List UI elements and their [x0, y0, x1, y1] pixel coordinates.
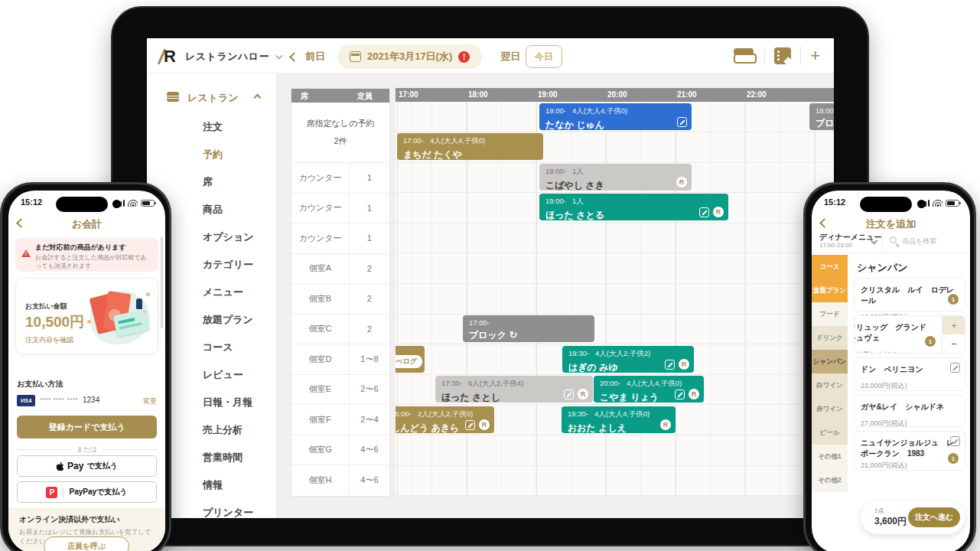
sidebar-item-orders[interactable]: 注文 — [147, 113, 277, 141]
unassigned-reservations-cell[interactable]: 席指定なしの予約 2件 — [291, 103, 389, 163]
change-card-link[interactable]: 変更 — [143, 396, 157, 406]
cart-summary-bar: 1点 3,600円 注文へ進む — [861, 500, 965, 534]
seat-row[interactable]: 個室D1〜8 — [291, 344, 389, 375]
plus-button[interactable]: + — [943, 316, 965, 334]
cart-total: 3,600円 — [874, 515, 907, 528]
reservation-bar[interactable]: 17:00-4人(大人4,子供0) まちだ たくや — [397, 133, 543, 160]
menu-item-card[interactable]: ドン ペリニヨン 23,000円(税込) — [854, 357, 965, 391]
repeat-icon: ↻ — [509, 329, 517, 341]
seat-row[interactable]: カウンター1 — [291, 194, 389, 224]
prev-day-chevron-icon[interactable] — [289, 52, 299, 62]
edit-icon[interactable] — [950, 436, 960, 446]
proceed-order-button[interactable]: 注文へ進む — [908, 507, 960, 527]
seat-row[interactable]: 個室G4〜6 — [291, 435, 389, 466]
menu-item-card-swiped[interactable]: クリュッグ グランド キュヴェ （お尋ねください） 1 + − — [854, 315, 965, 354]
add-order-screen: 15:12 注文を追加 ディナーメニュー 17:00-23:00 コース 放題プ… — [812, 191, 970, 551]
page-canvas: R レストランハロー 前日 2021年3月17日(水) ! 翌日 — [0, 0, 980, 551]
card-mask: **** **** **** — [40, 397, 79, 403]
seat-row[interactable]: 個室B2 — [291, 284, 389, 315]
seat-row[interactable]: カウンター1 — [291, 223, 389, 254]
chevron-down-icon — [275, 52, 283, 60]
edit-icon[interactable] — [677, 117, 687, 127]
next-day-button[interactable]: 翌日 — [500, 50, 520, 64]
seat-row[interactable]: 個室H4〜6 — [291, 465, 389, 496]
category-beer[interactable]: ビール — [812, 421, 848, 445]
sidebar-section-restaurant[interactable]: レストラン — [147, 87, 277, 109]
list-view-icon[interactable] — [732, 47, 755, 64]
category-other2[interactable]: その他2 — [812, 468, 848, 492]
memo-icon[interactable] — [774, 47, 791, 64]
current-date: 2021年3月17日(水) — [367, 50, 452, 64]
category-other1[interactable]: その他1 — [812, 445, 848, 468]
card-last4: 1234 — [83, 396, 99, 404]
reservation-bar[interactable]: 19:00-1人 こばやし さき R — [539, 164, 692, 191]
prev-day-button[interactable]: 前日 — [305, 50, 325, 64]
category-red-wine[interactable]: 赤ワイン — [812, 397, 848, 421]
logo-badge-icon: R — [679, 359, 689, 370]
sidebar-item-seats[interactable]: 席 — [147, 168, 277, 196]
minus-button[interactable]: − — [943, 334, 965, 353]
apple-pay-button[interactable]: Pay で支払う — [17, 455, 157, 477]
category-course[interactable]: コース — [812, 255, 848, 279]
amount-label: お支払い金額 — [25, 302, 67, 311]
edit-icon[interactable] — [675, 390, 685, 399]
checkout-screen: 15:12 お会計 まだ対応前の商品があります お会計すると注文した商品が対応前… — [8, 191, 165, 551]
edit-icon[interactable] — [950, 363, 960, 373]
reservation-timeline: 17:00 18:00 19:00 20:00 21:00 22:00 19:0… — [396, 88, 834, 496]
logo-badge-icon: R — [578, 389, 588, 399]
reservation-bar[interactable]: 19:30-4人(大人4,子供0) おおた よしえ R — [562, 406, 676, 433]
call-staff-button[interactable]: 店員を呼ぶ — [44, 536, 129, 551]
pay-with-card-button[interactable]: 登録カードで支払う — [17, 416, 157, 439]
scrollbar[interactable] — [161, 236, 163, 328]
reservation-bar[interactable]: 16:00-2人(大人2,子供0) しんどう あきら R — [396, 406, 494, 433]
menu-item-card[interactable]: クリスタル ルイ ロデレール 40,000円(税込) 1 — [854, 278, 965, 311]
date-pill[interactable]: 2021年3月17日(水) ! — [337, 44, 482, 69]
order-detail-link[interactable]: 注文内容を確認 — [25, 335, 73, 345]
timeline-hours-header: 17:00 18:00 19:00 20:00 21:00 22:00 — [396, 88, 834, 102]
seat-row[interactable]: 個室F2〜4 — [291, 405, 389, 435]
amount-value: 10,500円 — [25, 312, 84, 332]
category-food[interactable]: フード — [812, 302, 848, 326]
menu-item-card[interactable]: ガヤ&レイ シャルドネ 27,000円(税込) — [854, 395, 965, 427]
seat-row[interactable]: 個室C2 — [291, 315, 389, 345]
block-bar[interactable]: 18:00- ブロック — [809, 103, 834, 130]
seat-row[interactable]: カウンター1 — [291, 163, 389, 194]
edit-icon[interactable] — [665, 360, 675, 370]
visa-icon: VISA — [17, 395, 35, 406]
timeline-grid[interactable]: 19:00-4人(大人4,子供0) たなか じゅん 18:00- ブロック 17… — [396, 102, 834, 496]
category-drink[interactable]: ドリンク — [812, 326, 848, 350]
category-champagne-active[interactable]: シャンパン — [812, 350, 848, 373]
reservation-bar[interactable]: 20:00-4人(大人4,子供0) こやま りょう R — [594, 376, 704, 403]
quantity-stepper: + − — [942, 316, 965, 353]
logo-badge-icon: R — [713, 207, 724, 217]
wifi-icon — [128, 199, 138, 207]
seat-row[interactable]: 個室E2〜6 — [291, 375, 389, 406]
restaurant-logo-icon: R — [158, 46, 179, 67]
seat-table: 席 定員 席指定なしの予約 2件 カウンター1 カウンター1 カウンター1 個室… — [291, 88, 390, 497]
block-bar[interactable]: 17:00- ブロック ↻ — [463, 315, 594, 342]
add-reservation-icon[interactable]: + — [810, 47, 820, 64]
reservation-bar[interactable]: 19:00-4人(大人4,子供0) たなか じゅん — [539, 103, 692, 130]
reservation-board: 席 定員 席指定なしの予約 2件 カウンター1 カウンター1 カウンター1 個室… — [277, 73, 834, 518]
payment-illustration — [86, 285, 153, 349]
edit-icon[interactable] — [699, 207, 709, 217]
reservation-bar[interactable]: 19:30-4人(大人2,子供2) はぎの みゆ R — [562, 346, 694, 373]
sidebar-item-reservations[interactable]: 予約 — [147, 141, 277, 168]
reservation-bar[interactable]: たべログ — [396, 346, 425, 373]
brand[interactable]: R レストランハロー — [158, 46, 281, 67]
category-white-wine[interactable]: 白ワイン — [812, 373, 848, 397]
status-icons — [919, 199, 960, 207]
menu-item-card[interactable]: ニュイサンジョルジュ レポークラン 1983 21,000円(税込) 1 — [854, 431, 965, 471]
reservation-bar[interactable]: 17:30-6人(大人2,子供4) ほった さとし R — [435, 376, 593, 403]
paypay-button[interactable]: P PayPayで支払う — [17, 481, 157, 503]
search-input[interactable] — [902, 234, 965, 248]
date-alert-icon: ! — [458, 51, 470, 63]
date-navigation: 前日 2021年3月17日(水) ! 翌日 — [291, 44, 535, 69]
restaurant-icon — [167, 92, 179, 102]
reservation-bar[interactable]: 19:00-1人 ほった さとる R — [539, 194, 728, 220]
seat-row[interactable]: 個室A2 — [291, 254, 389, 285]
category-allyoucan[interactable]: 放題プラン — [812, 279, 848, 302]
edit-icon[interactable] — [465, 420, 475, 430]
today-button[interactable]: 今日 — [526, 45, 562, 68]
edit-icon[interactable] — [564, 390, 574, 399]
